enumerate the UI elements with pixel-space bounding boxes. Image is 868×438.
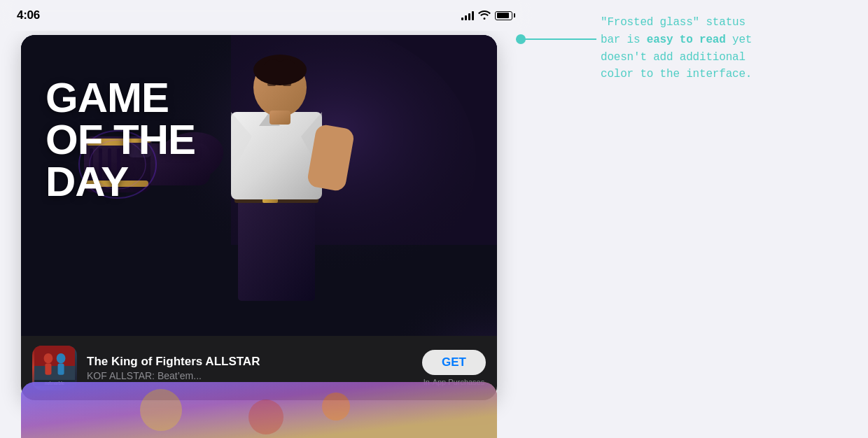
connector-line: [516, 38, 596, 40]
svg-point-36: [140, 389, 182, 431]
svg-rect-30: [45, 363, 51, 374]
app-info-text: The King of Fighters ALLSTAR KOF ALLSTAR…: [87, 355, 412, 381]
second-card-bg: [21, 382, 497, 438]
svg-point-31: [57, 353, 66, 364]
phone-mockup: 4:06: [0, 0, 532, 438]
get-button-container: GET In-App Purchases: [422, 350, 486, 386]
app-store-card: GAME OF THE DAY: [21, 35, 497, 400]
signal-icon: [461, 10, 474, 20]
svg-rect-24: [270, 111, 290, 125]
battery-icon: [495, 11, 515, 20]
svg-point-21: [253, 55, 307, 85]
svg-point-29: [44, 353, 53, 364]
annotation-block: "Frosted glass" status bar is easy to re…: [601, 14, 839, 83]
annotation-connector: [516, 31, 596, 32]
get-button[interactable]: GET: [422, 350, 486, 375]
second-card-preview: [21, 382, 497, 438]
svg-rect-22: [267, 83, 276, 86]
card-hero-image: GAME OF THE DAY: [21, 35, 497, 336]
svg-rect-32: [58, 363, 64, 374]
app-name: The King of Fighters ALLSTAR: [87, 355, 412, 369]
wifi-icon: [478, 10, 491, 22]
annotation-text: "Frosted glass" status bar is easy to re…: [601, 14, 839, 83]
svg-point-38: [322, 393, 350, 421]
status-time: 4:06: [17, 8, 40, 22]
app-icon-svg: netmarble: [32, 346, 77, 386]
app-subtitle: KOF ALLSTAR: Beat’em...: [87, 370, 412, 381]
svg-rect-23: [283, 83, 291, 86]
status-bar: 4:06: [0, 0, 532, 31]
svg-point-37: [248, 400, 284, 435]
hero-title: GAME OF THE DAY: [46, 77, 195, 203]
svg-rect-4: [238, 196, 315, 301]
status-icons: [461, 10, 515, 22]
